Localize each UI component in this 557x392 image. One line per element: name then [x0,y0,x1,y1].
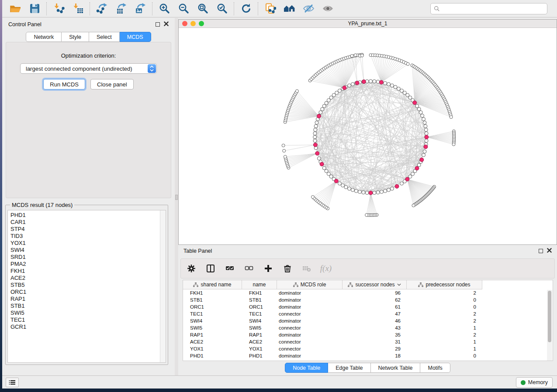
tab-mcds[interactable]: MCDS [120,32,151,42]
show-all-button[interactable] [318,2,337,16]
result-item[interactable]: SWI5 [10,309,166,316]
tab-node-table[interactable]: Node Table [285,363,328,373]
column-type-icon [418,282,423,287]
export-network-button[interactable] [92,2,111,16]
table-scrollbar[interactable] [547,290,552,361]
result-item[interactable]: GCR1 [10,323,166,330]
export-image-button[interactable] [131,2,150,16]
tab-network[interactable]: Network [26,32,62,42]
float-panel-icon[interactable] [156,22,160,27]
table-tabs: Node TableEdge TableNetwork TableMotifs [285,363,450,373]
column-header-shared-name[interactable]: shared name [183,280,242,289]
float-table-panel-icon[interactable] [539,249,543,253]
zoom-selected-icon [216,3,228,14]
copy-network-view-button[interactable] [260,2,280,16]
result-item[interactable]: STB1 [10,303,166,309]
column-header-name[interactable]: name [242,280,277,289]
function-builder-button[interactable]: f(x) [320,262,332,275]
splitter-grip[interactable] [175,195,178,200]
add-column-button[interactable] [262,262,274,275]
table-row[interactable]: ORC1ORC1dominator610 [183,303,553,310]
result-item[interactable]: ORC1 [10,289,166,296]
result-item[interactable]: PHD1 [10,212,166,219]
refresh-layout-button[interactable] [236,2,256,16]
table-row[interactable]: PHD1PHD1dominator180 [183,352,553,359]
panel-splitter[interactable] [175,18,178,375]
close-table-panel-icon[interactable] [547,248,552,254]
result-list-scrollbar[interactable] [160,210,166,362]
tab-network-table[interactable]: Network Table [371,363,421,373]
memory-label: Memory [528,379,548,385]
table-row[interactable]: RAP1RAP1dominator352 [183,331,553,338]
control-panel: Control Panel NetworkStyleSelectMCDS Opt… [2,18,175,375]
tab-edge-table[interactable]: Edge Table [328,363,370,373]
table-row[interactable]: TEC1TEC1connector472 [183,310,553,317]
open-file-button[interactable] [6,2,25,16]
result-item[interactable]: FKH1 [10,268,166,275]
result-item[interactable]: SRD1 [10,254,166,261]
column-type-icon [293,282,298,287]
delete-table-icon [302,264,311,273]
task-history-button[interactable] [6,378,19,387]
mcds-result-group: MCDS result (17 nodes) PHD1CAR1STP4TID3Y… [5,202,168,365]
tab-select[interactable]: Select [89,32,120,42]
table-row[interactable]: ACE2ACE2connector311 [183,338,553,345]
search-box[interactable] [430,3,547,14]
control-panel-tabs: NetworkStyleSelectMCDS [26,32,151,42]
cell: connector [277,311,343,316]
table-body: FKH1FKH1dominator962STB1STB1dominator620… [183,289,553,359]
save-session-button[interactable] [25,2,44,16]
cell: SWI4 [242,318,277,323]
memory-button[interactable]: Memory [516,377,553,388]
settings-gear-button[interactable] [185,262,197,275]
column-layout-button[interactable] [204,262,217,275]
zoom-in-button[interactable] [155,2,174,16]
zoom-fit-button[interactable] [193,2,212,16]
result-item[interactable]: STB5 [10,282,166,289]
table-row[interactable]: SWI4SWI4dominator462 [183,317,553,324]
result-item[interactable]: RAP1 [10,296,166,303]
result-item[interactable]: TID3 [10,233,166,240]
delete-column-button[interactable] [281,262,294,275]
result-item[interactable]: PMA2 [10,261,166,268]
table-scrollbar-thumb[interactable] [548,291,551,342]
table-row[interactable]: YOX1YOX1connector291 [183,345,553,352]
table-row[interactable]: STB1STB1dominator620 [183,296,553,303]
column-header-predecessor-nodes[interactable]: predecessor nodes [407,280,482,289]
result-item[interactable]: YOX1 [10,240,166,247]
import-table-button[interactable] [68,2,87,16]
table-panel: Table Panel f(x) shared namenameMCDS rol… [178,245,557,375]
zoom-selected-button[interactable] [212,2,232,16]
first-neighbors-button[interactable] [280,2,299,16]
close-panel-button[interactable]: Close panel [90,79,134,89]
delete-table-button[interactable] [301,262,313,275]
result-item[interactable]: SWI4 [10,247,166,254]
table-row[interactable]: SWI5SWI5connector431 [183,324,553,331]
result-item[interactable]: CAR1 [10,219,166,226]
column-header-successor-nodes[interactable]: successor nodes [343,280,407,289]
deselect-all-button[interactable] [243,262,255,275]
table-row[interactable]: FKH1FKH1dominator962 [183,289,553,296]
tab-motifs[interactable]: Motifs [420,363,450,373]
tab-style[interactable]: Style [62,32,89,42]
criterion-dropdown[interactable]: largest connected component (undirected) [20,63,157,74]
node-table[interactable]: shared namenameMCDS rolesuccessor nodesp… [183,280,553,361]
cell: TEC1 [242,311,277,316]
mcds-result-list[interactable]: PHD1CAR1STP4TID3YOX1SWI4SRD1PMA2FKH1ACE2… [7,210,166,363]
cell: FKH1 [183,290,242,296]
hide-selected-button[interactable] [299,2,318,16]
cell: PHD1 [242,353,277,358]
toolbar-separator [258,2,258,15]
result-item[interactable]: TEC1 [10,316,166,323]
run-mcds-button[interactable]: Run MCDS [43,79,85,89]
zoom-out-button[interactable] [174,2,193,16]
result-item[interactable]: STP4 [10,226,166,233]
search-input[interactable] [442,6,544,12]
close-panel-icon[interactable] [164,21,169,28]
export-table-button[interactable] [111,2,131,16]
network-canvas[interactable] [179,28,557,244]
select-all-button[interactable] [224,262,236,275]
result-item[interactable]: ACE2 [10,275,166,282]
import-network-button[interactable] [49,2,68,16]
column-header-MCDS-role[interactable]: MCDS role [277,280,343,289]
